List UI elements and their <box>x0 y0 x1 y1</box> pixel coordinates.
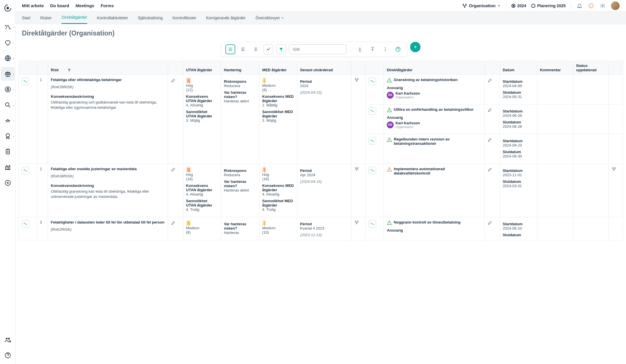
table-row: 1Felaktiga eller ofördelaktiga betalning… <box>19 75 623 104</box>
col-risk: Risk <box>51 68 59 72</box>
wave-icon[interactable] <box>369 167 376 174</box>
chevron-down-icon <box>497 4 501 7</box>
risk-title: Felaktiga eller ofördelaktiga betalninga… <box>51 78 165 82</box>
warning-icon <box>387 167 392 172</box>
org-label: Organisation <box>469 3 496 8</box>
col-direkt: Direktåtgärder <box>384 61 485 75</box>
edit-icon[interactable] <box>171 78 176 83</box>
export-button[interactable] <box>368 44 378 54</box>
level-badge: ||| <box>186 220 191 226</box>
bell-icon[interactable] <box>576 3 583 9</box>
view-list-button[interactable] <box>238 44 248 54</box>
gear-icon[interactable] <box>599 3 606 9</box>
wave-icon[interactable] <box>369 220 376 228</box>
subnav-direktatgarder[interactable]: Direktåtgärder <box>61 12 87 24</box>
wave-icon[interactable] <box>369 137 376 145</box>
sidebar-item-scales[interactable]: › <box>1 67 15 81</box>
tree-icon[interactable] <box>612 167 616 171</box>
topnav-mitt-arbete[interactable]: Mitt arbete <box>22 3 44 8</box>
svg-point-0 <box>7 7 9 9</box>
topnav-forms[interactable]: Forms <box>101 3 114 8</box>
subnav: Start Risker Direktåtgärder Kontrollakti… <box>16 12 626 24</box>
svg-rect-33 <box>356 223 357 224</box>
subnav-korrigerande[interactable]: Korrigerande åtgärder <box>206 12 246 24</box>
edit-icon[interactable] <box>487 167 493 172</box>
wave-icon[interactable] <box>22 220 29 228</box>
divider <box>506 3 506 9</box>
subnav-kontrolltester[interactable]: Kontrolltester <box>173 12 196 24</box>
col-med: MED åtgärder <box>259 61 297 75</box>
view-dense-button[interactable] <box>225 44 235 54</box>
svg-rect-28 <box>612 168 613 168</box>
svg-rect-30 <box>613 170 614 170</box>
risk-code: (RoK2RISK) <box>51 227 165 232</box>
sidebar-item-handshake[interactable]: › <box>1 114 15 127</box>
svg-rect-6 <box>6 149 10 154</box>
svg-rect-23 <box>357 78 358 79</box>
add-button[interactable]: + <box>410 42 421 52</box>
edit-icon[interactable] <box>171 220 176 225</box>
info-icon[interactable] <box>588 3 594 9</box>
more-button[interactable] <box>380 44 390 54</box>
subnav-kontrollaktiviteter[interactable]: Kontrollaktiviteter <box>97 12 128 24</box>
risk-code: (RoK38RISK) <box>51 174 165 178</box>
tree-icon[interactable] <box>354 220 359 225</box>
svg-rect-29 <box>614 168 615 168</box>
toolbar <box>221 42 407 57</box>
subnav-sjalvskattning[interactable]: Självskattning <box>138 12 162 24</box>
help-button[interactable] <box>393 44 403 54</box>
svg-rect-3 <box>7 89 9 91</box>
divider <box>571 3 571 9</box>
row-number: 3 <box>37 217 48 240</box>
topnav-meetings[interactable]: Meetings <box>76 3 94 8</box>
svg-point-20 <box>385 50 386 51</box>
sidebar-item-add[interactable] <box>1 176 15 190</box>
sidebar-item-clipboard[interactable] <box>1 145 15 159</box>
level-badge: ||| <box>186 78 191 83</box>
row-number: 2 <box>37 164 48 217</box>
tree-icon[interactable] <box>354 78 359 82</box>
risk-table: Risk UTAN åtgärder Hantering MED åtgärde… <box>18 61 623 240</box>
sidebar-item-help[interactable] <box>1 348 15 362</box>
warning-icon <box>387 78 392 83</box>
wave-icon[interactable] <box>22 167 29 174</box>
edit-icon[interactable] <box>487 137 493 142</box>
topnav-do-board[interactable]: Do board <box>50 3 69 8</box>
tree-icon[interactable] <box>354 167 359 171</box>
year-planning[interactable]: Planering 2025 <box>531 3 566 8</box>
subnav-risker[interactable]: Risker <box>40 12 52 24</box>
action-title: Granskning av betalningshistoriken <box>394 78 481 82</box>
sidebar-item-chart[interactable] <box>1 160 15 174</box>
wave-icon[interactable] <box>369 107 376 115</box>
col-senast: Senast utvärderad <box>297 61 351 75</box>
org-selector[interactable]: Organisation <box>462 3 501 8</box>
search-field[interactable] <box>293 47 343 52</box>
subnav-oversiktsvyer[interactable]: Översiktsvyer <box>255 12 284 24</box>
subnav-start[interactable]: Start <box>22 12 31 24</box>
edit-icon[interactable] <box>487 107 493 112</box>
import-button[interactable] <box>355 44 365 54</box>
sidebar-item-heart[interactable]: › <box>1 36 15 50</box>
sidebar-item-lock[interactable]: › <box>1 82 15 96</box>
filter-icon[interactable] <box>67 68 71 72</box>
sidebar-item-users[interactable] <box>1 333 15 347</box>
edit-icon[interactable] <box>487 78 493 83</box>
sidebar-item-globe[interactable]: › <box>1 51 15 65</box>
wave-icon[interactable] <box>22 78 29 85</box>
level-badge: || <box>262 78 266 83</box>
filter-button[interactable] <box>276 44 286 54</box>
edit-icon[interactable] <box>171 167 176 172</box>
sidebar-item-routes[interactable]: › <box>1 20 15 34</box>
app-logo[interactable] <box>3 3 12 13</box>
avatar[interactable] <box>611 1 620 10</box>
year-current[interactable]: 2024 <box>511 3 526 8</box>
sidebar-item-award[interactable]: › <box>1 129 15 143</box>
topbar: Mitt arbete Do board Meetings Forms Orga… <box>16 0 626 12</box>
sidebar-item-search[interactable]: › <box>1 98 15 112</box>
edit-icon[interactable] <box>487 220 493 225</box>
search-input[interactable] <box>289 44 347 54</box>
wave-icon[interactable] <box>369 78 376 85</box>
view-compact-button[interactable] <box>251 44 261 54</box>
svg-point-5 <box>6 134 10 137</box>
chart-button[interactable] <box>264 44 273 54</box>
